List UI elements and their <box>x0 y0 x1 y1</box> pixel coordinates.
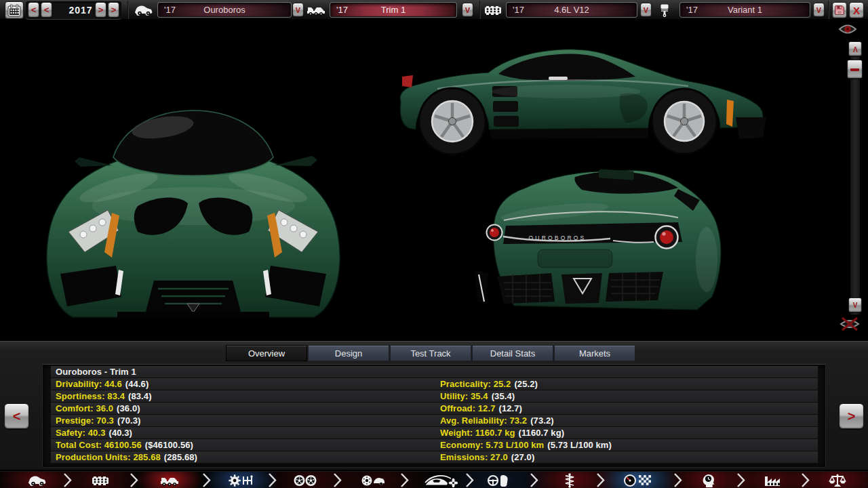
engine-dropdown[interactable]: '17 4.6L V12 <box>507 3 637 17</box>
year-next-button[interactable]: > <box>95 2 106 18</box>
car-rear-render: OUROBOROS <box>473 158 731 317</box>
topbar-divider <box>828 1 829 19</box>
year-prev-fast-button[interactable]: < <box>28 2 39 18</box>
stats-title-row: Ouroboros - Trim 1 <box>51 366 818 378</box>
toolbar-markets-button[interactable] <box>688 472 729 488</box>
toolbar-interior-button[interactable] <box>478 472 519 488</box>
stat-drivability: Drivability: 44.6 <box>56 379 122 389</box>
year-next-fast-button[interactable]: > <box>108 2 119 18</box>
toolbar-chevron <box>736 472 746 488</box>
stat-prestige: Prestige: 70.3 <box>56 415 114 426</box>
stat-reliability: Avg. Reliability: 73.2 <box>440 415 527 426</box>
tab-test-track[interactable]: Test Track <box>390 345 471 361</box>
variant-dropdown-button[interactable]: V <box>813 3 825 17</box>
year-label: 2017 <box>63 5 98 16</box>
toolbar-chevron <box>596 472 606 488</box>
stats-frame: Ouroboros - Trim 1 Drivability: 44.6(44.… <box>42 364 826 468</box>
interior-icon <box>487 474 510 487</box>
toolbar-chevron <box>400 472 410 488</box>
close-icon: X <box>853 5 860 16</box>
show-overlay-toggle[interactable] <box>838 22 857 39</box>
viewport-scroll-track[interactable] <box>850 41 861 315</box>
stats-row: Prestige: 70.3(70.3) Avg. Reliability: 7… <box>51 415 818 426</box>
stats-row: Sportiness: 83.4(83.4) Utility: 35.4(35.… <box>51 390 818 402</box>
engine-icon <box>92 475 109 486</box>
variant-dropdown[interactable]: '17 Variant 1 <box>680 3 810 17</box>
engine-dropdown-button[interactable]: V <box>640 3 652 17</box>
stats-row: Safety: 40.3(40.3) Weight: 1160.7 kg(116… <box>51 427 818 439</box>
stat-weight: Weight: 1160.7 kg <box>440 428 515 438</box>
stat-total-cost: Total Cost: 46100.56 <box>56 440 142 450</box>
scroll-thumb[interactable] <box>847 60 863 79</box>
summary-scales-icon <box>829 473 846 488</box>
tab-design[interactable]: Design <box>308 345 389 361</box>
scroll-up-icon: V <box>853 45 858 53</box>
trim-body-icon <box>160 474 179 487</box>
car-front-render <box>37 62 349 339</box>
toolbar-vehicle-button[interactable] <box>17 472 58 488</box>
markets-icon <box>701 473 717 488</box>
stats-row: Drivability: 44.6(44.6) Practicality: 25… <box>51 378 818 390</box>
toolbar-chevron <box>202 472 212 488</box>
toolbar-chevron <box>333 472 342 488</box>
scroll-down-button[interactable]: V <box>848 298 862 312</box>
stat-production-units: Production Units: 285.68 <box>56 452 161 462</box>
tab-markets[interactable]: Markets <box>554 345 635 361</box>
toolbar-trim-body-button[interactable] <box>149 472 190 488</box>
stat-safety: Safety: 40.3 <box>56 428 105 438</box>
save-button[interactable] <box>832 2 847 18</box>
topbar-divider <box>127 1 129 19</box>
model-dropdown-button[interactable]: V <box>292 3 304 17</box>
drivetrain-icon <box>229 474 253 487</box>
brakes-icon <box>361 474 385 487</box>
toolbar-summary-button[interactable] <box>817 472 858 488</box>
scroll-up-button[interactable]: V <box>848 41 862 56</box>
stats-body: Ouroboros - Trim 1 Drivability: 44.6(44.… <box>51 366 818 464</box>
stat-emissions: Emissions: 27.0 <box>440 452 508 462</box>
wheels-icon <box>294 474 317 487</box>
engine-icon <box>484 5 502 18</box>
designer-toolbar <box>0 471 868 488</box>
toolbar-brakes-button[interactable] <box>353 472 393 488</box>
calendar-button[interactable] <box>5 1 24 19</box>
toolbar-drivetrain-button[interactable] <box>220 472 261 488</box>
car-trim-icon <box>307 4 326 19</box>
suspension-icon <box>564 473 575 488</box>
toolbar-production-button[interactable] <box>753 472 793 488</box>
toolbar-chevron <box>530 472 539 488</box>
toolbar-aero-cooling-button[interactable] <box>417 472 465 488</box>
close-button[interactable]: X <box>849 2 864 18</box>
year-prev-button[interactable]: < <box>41 2 52 18</box>
panel-next-button[interactable]: > <box>839 403 864 429</box>
toolbar-test-track-button[interactable] <box>617 472 658 488</box>
vehicle-icon <box>28 474 47 487</box>
tab-overview[interactable]: Overview <box>226 345 307 361</box>
stats-row: Production Units: 285.68(285.68) Emissio… <box>51 451 818 463</box>
toolbar-chevron <box>801 472 810 488</box>
trim-name: Trim 1 <box>331 5 456 15</box>
tab-detail-stats[interactable]: Detail Stats <box>472 345 553 361</box>
stat-sportiness: Sportiness: 83.4 <box>56 391 125 401</box>
toolbar-engine-button[interactable] <box>80 472 121 488</box>
car-side-render <box>397 37 773 163</box>
toolbar-chevron <box>673 472 683 488</box>
trim-dropdown-button[interactable]: V <box>462 3 473 17</box>
top-bar: < < 2017 > > '17 Ouroboros V <box>0 0 868 20</box>
toolbar-suspension-button[interactable] <box>549 472 590 488</box>
eye-hidden-icon <box>840 316 860 332</box>
panel-prev-button[interactable]: < <box>4 403 29 429</box>
test-track-icon <box>623 474 652 487</box>
trim-dropdown[interactable]: '17 Trim 1 <box>330 3 456 17</box>
engine-name: 4.6L V12 <box>507 5 636 15</box>
rear-badge-text: OUROBOROS <box>528 235 586 241</box>
model-dropdown[interactable]: '17 Ouroboros <box>158 3 291 17</box>
calendar-icon <box>7 4 21 17</box>
aero-cooling-icon <box>424 474 458 487</box>
car-model-icon <box>134 4 154 19</box>
side-rear-wheel <box>419 88 486 155</box>
hide-overlay-toggle[interactable] <box>840 316 860 335</box>
variant-name: Variant 1 <box>681 5 809 15</box>
toolbar-wheels-button[interactable] <box>285 472 326 488</box>
car-3d-viewport[interactable]: OUROBOROS V V <box>0 20 868 341</box>
overview-panel: Overview Design Test Track Detail Stats … <box>0 341 868 470</box>
